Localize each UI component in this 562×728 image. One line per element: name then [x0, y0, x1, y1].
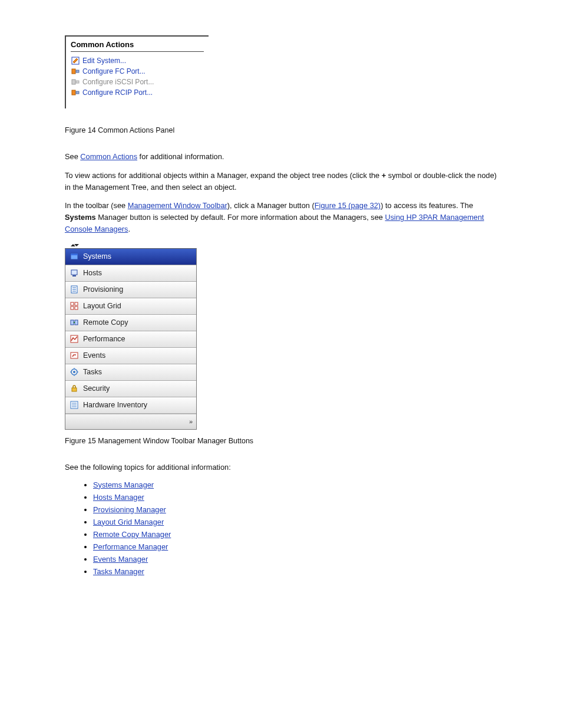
action-label: Configure FC Port...	[82, 67, 146, 75]
hosts-icon	[69, 268, 80, 278]
svg-rect-17	[71, 302, 74, 305]
text: In the toolbar (see	[65, 201, 128, 210]
events-icon	[69, 350, 80, 361]
text: To view actions for additional objects w…	[65, 171, 382, 180]
toolbar-expand-footer[interactable]: »	[65, 414, 196, 429]
action-label: Edit System...	[82, 57, 126, 65]
performance-manager-link[interactable]: Performance Manager	[93, 542, 168, 551]
tasks-icon	[69, 367, 80, 377]
iscsi-port-icon	[71, 77, 80, 87]
svg-rect-21	[71, 320, 74, 325]
toolbar-item-hosts[interactable]: Hosts	[65, 265, 196, 282]
toolbar-item-label: Performance	[83, 335, 125, 343]
edit-system-action[interactable]: Edit System...	[71, 55, 204, 66]
svg-rect-2	[76, 70, 79, 73]
configure-iscsi-port-action: Configure iSCSI Port...	[71, 77, 204, 87]
toolbar-item-performance[interactable]: Performance	[65, 331, 196, 348]
systems-icon	[69, 251, 80, 262]
list-item: Provisioning Manager	[93, 505, 497, 514]
toolbar-item-systems[interactable]: Systems	[65, 249, 196, 265]
fc-port-icon	[71, 67, 80, 76]
security-icon	[69, 383, 80, 394]
performance-icon	[69, 334, 80, 344]
toolbar-grip	[65, 242, 197, 248]
action-label: Configure iSCSI Port...	[82, 78, 154, 86]
common-actions-title: Common Actions	[71, 40, 204, 52]
list-item: Layout Grid Manager	[93, 518, 497, 526]
toolbar-item-label: Layout Grid	[83, 302, 121, 310]
remote-copy-manager-link[interactable]: Remote Copy Manager	[93, 530, 171, 539]
systems-bold: Systems	[65, 213, 96, 222]
hosts-manager-link[interactable]: Hosts Manager	[93, 493, 144, 502]
text: for additional information.	[137, 152, 224, 161]
action-label: Configure RCIP Port...	[82, 88, 153, 97]
layout-grid-icon	[69, 301, 80, 311]
list-item: Events Manager	[93, 555, 497, 564]
svg-rect-11	[71, 270, 77, 275]
text: See	[65, 152, 80, 161]
list-item: Tasks Manager	[93, 567, 497, 576]
hardware-inventory-icon	[69, 400, 80, 410]
remote-copy-icon	[69, 317, 80, 328]
toolbar-manager-buttons: Systems Hosts Provisioning Layout Grid	[65, 242, 197, 430]
svg-rect-6	[76, 91, 79, 94]
list-item: Hosts Manager	[93, 493, 497, 502]
text: .	[128, 225, 130, 233]
paragraph-see-common-actions: See Common Actions for additional inform…	[65, 151, 497, 163]
svg-rect-24	[71, 353, 78, 358]
configure-fc-port-action[interactable]: Configure FC Port...	[71, 66, 204, 77]
expand-icon: »	[189, 418, 193, 425]
systems-manager-link[interactable]: Systems Manager	[93, 480, 154, 489]
toolbar-item-hardware-inventory[interactable]: Hardware Inventory	[65, 397, 196, 414]
svg-rect-18	[75, 302, 78, 305]
svg-rect-19	[71, 307, 74, 309]
svg-rect-31	[72, 388, 77, 391]
toolbar-item-label: Systems	[83, 252, 111, 261]
figure-15-link[interactable]: Figure 15 (page 32)	[315, 201, 381, 210]
toolbar-item-provisioning[interactable]: Provisioning	[65, 282, 196, 298]
edit-icon	[71, 56, 80, 65]
toolbar-item-label: Security	[83, 384, 110, 393]
tasks-manager-link[interactable]: Tasks Manager	[93, 567, 144, 576]
toolbar-item-label: Provisioning	[83, 285, 123, 294]
events-manager-link[interactable]: Events Manager	[93, 555, 148, 564]
toolbar-item-events[interactable]: Events	[65, 348, 196, 364]
management-window-toolbar-link[interactable]: Management Window Toolbar	[128, 201, 227, 210]
figure-14-caption: Figure 14 Common Actions Panel	[65, 126, 497, 134]
list-intro: See the following topics for additional …	[65, 462, 497, 473]
provisioning-manager-link[interactable]: Provisioning Manager	[93, 505, 166, 514]
paragraph-expand-tree: To view actions for additional objects w…	[65, 170, 497, 193]
common-actions-link[interactable]: Common Actions	[80, 152, 137, 161]
related-topics-list: Systems Manager Hosts Manager Provisioni…	[65, 480, 497, 576]
provisioning-icon	[69, 284, 80, 295]
svg-rect-12	[72, 275, 76, 276]
toolbar-item-security[interactable]: Security	[65, 381, 196, 397]
svg-rect-22	[75, 320, 78, 325]
toolbar-item-label: Hardware Inventory	[83, 401, 147, 409]
rcip-port-icon	[71, 88, 80, 97]
svg-rect-3	[72, 80, 75, 84]
common-actions-panel: Common Actions Edit System... Configure …	[65, 35, 209, 108]
text: Manager button is selected by default. F…	[96, 213, 385, 222]
paragraph-toolbar-managers: In the toolbar (see Management Window To…	[65, 200, 497, 235]
toolbar-item-layout-grid[interactable]: Layout Grid	[65, 298, 196, 315]
toolbar-item-label: Events	[83, 351, 105, 360]
layout-grid-manager-link[interactable]: Layout Grid Manager	[93, 518, 164, 526]
toolbar-item-label: Hosts	[83, 269, 102, 277]
toolbar-item-remote-copy[interactable]: Remote Copy	[65, 315, 196, 331]
svg-rect-1	[72, 69, 75, 74]
configure-rcip-port-action[interactable]: Configure RCIP Port...	[71, 87, 204, 98]
svg-rect-4	[76, 81, 79, 83]
svg-rect-20	[75, 307, 78, 309]
text: ), click a Manager button (	[227, 201, 315, 210]
svg-point-26	[73, 371, 75, 373]
toolbar-item-label: Remote Copy	[83, 318, 128, 327]
figure-15-caption: Figure 15 Management Window Toolbar Mana…	[65, 437, 497, 445]
toolbar-item-tasks[interactable]: Tasks	[65, 364, 196, 381]
svg-rect-5	[72, 90, 75, 95]
list-item: Systems Manager	[93, 480, 497, 489]
svg-rect-10	[71, 253, 78, 255]
list-item: Performance Manager	[93, 542, 497, 551]
toolbar-item-label: Tasks	[83, 368, 102, 376]
list-item: Remote Copy Manager	[93, 530, 497, 539]
